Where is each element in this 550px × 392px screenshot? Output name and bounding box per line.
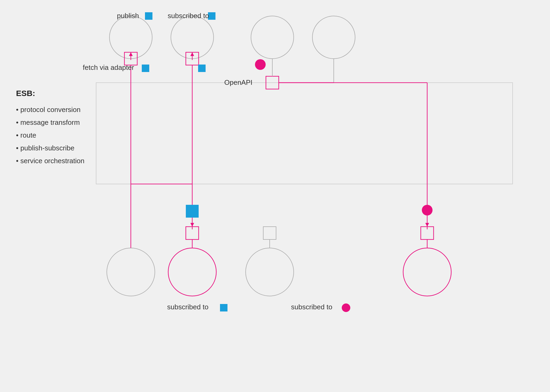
blue-square-legend-bottom-left: [220, 304, 227, 311]
esb-item-5: • service orchestration: [16, 157, 84, 165]
circle-bottom-4: [403, 248, 451, 296]
arrowhead-top-1: [129, 52, 133, 56]
diagram: publish subscribed to fetch via adapter …: [0, 0, 550, 392]
label-subscribed-bottom-right: subscribed to: [291, 303, 332, 311]
blue-square-publish: [145, 12, 152, 20]
circle-top-4: [312, 16, 355, 59]
label-publish: publish: [117, 12, 139, 20]
pink-dot-top: [255, 59, 266, 70]
esb-item-1: • protocol conversion: [16, 106, 81, 114]
label-openapi: OpenAPI: [224, 78, 253, 86]
circle-bottom-3: [246, 248, 294, 296]
blue-square-fetch-2: [198, 65, 206, 72]
label-subscribed-top: subscribed to: [168, 12, 209, 20]
pink-dot-bottom: [422, 205, 433, 215]
arrowhead-bottom-mid: [190, 223, 194, 227]
connector-bottom-center: [263, 227, 276, 239]
esb-item-2: • message transform: [16, 118, 80, 126]
label-fetch: fetch via adapter: [83, 63, 134, 71]
arrowhead-bottom-right: [425, 223, 429, 227]
blue-square-subscribed-top: [208, 12, 215, 20]
canvas: publish subscribed to fetch via adapter …: [0, 0, 550, 392]
blue-square-bottom-mid: [186, 205, 199, 218]
circle-top-3: [251, 16, 294, 59]
esb-item-3: • route: [16, 131, 36, 139]
label-subscribed-bottom-left: subscribed to: [167, 303, 209, 311]
esb-item-4: • publish-subscribe: [16, 144, 74, 152]
esb-title: ESB:: [16, 89, 35, 98]
esb-box: [96, 83, 513, 184]
blue-square-fetch-1: [142, 65, 149, 72]
pink-dot-legend-bottom-right: [342, 303, 350, 312]
circle-bottom-1: [107, 248, 155, 296]
circle-bottom-2: [168, 248, 216, 296]
arrowhead-top-2: [190, 52, 194, 56]
